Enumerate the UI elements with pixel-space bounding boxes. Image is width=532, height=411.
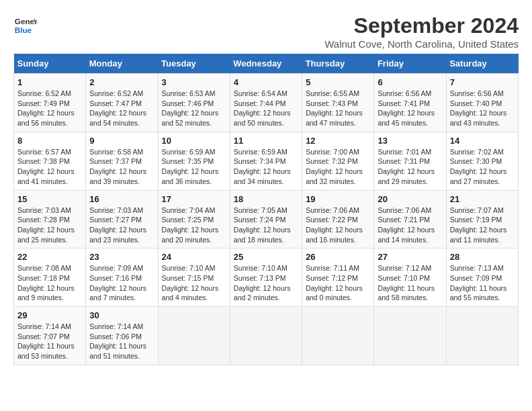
- calendar-cell: 26Sunrise: 7:11 AM Sunset: 7:12 PM Dayli…: [302, 248, 374, 307]
- week-row-4: 22Sunrise: 7:08 AM Sunset: 7:18 PM Dayli…: [14, 248, 519, 307]
- day-number: 7: [450, 77, 515, 87]
- day-info: Sunrise: 7:00 AM Sunset: 7:32 PM Dayligh…: [306, 147, 370, 187]
- column-header-wednesday: Wednesday: [230, 54, 302, 74]
- calendar-cell: 27Sunrise: 7:12 AM Sunset: 7:10 PM Dayli…: [374, 248, 446, 307]
- calendar-cell: 10Sunrise: 6:59 AM Sunset: 7:35 PM Dayli…: [158, 132, 230, 190]
- column-header-thursday: Thursday: [302, 54, 374, 74]
- day-info: Sunrise: 6:52 AM Sunset: 7:47 PM Dayligh…: [89, 89, 154, 128]
- day-info: Sunrise: 6:56 AM Sunset: 7:40 PM Dayligh…: [450, 89, 515, 128]
- day-number: 25: [234, 252, 298, 262]
- day-number: 24: [162, 252, 226, 262]
- calendar-cell: 28Sunrise: 7:13 AM Sunset: 7:09 PM Dayli…: [446, 248, 518, 307]
- calendar-cell: 9Sunrise: 6:58 AM Sunset: 7:37 PM Daylig…: [86, 132, 158, 190]
- calendar-cell: 16Sunrise: 7:03 AM Sunset: 7:27 PM Dayli…: [86, 190, 158, 248]
- calendar-cell: 25Sunrise: 7:10 AM Sunset: 7:13 PM Dayli…: [230, 248, 302, 307]
- day-info: Sunrise: 6:57 AM Sunset: 7:38 PM Dayligh…: [17, 147, 82, 187]
- calendar-cell: 11Sunrise: 6:59 AM Sunset: 7:34 PM Dayli…: [230, 132, 302, 190]
- day-number: 20: [378, 194, 442, 204]
- column-header-tuesday: Tuesday: [158, 54, 230, 74]
- calendar-cell: 21Sunrise: 7:07 AM Sunset: 7:19 PM Dayli…: [446, 190, 518, 248]
- svg-text:General: General: [15, 17, 38, 26]
- calendar-cell: [374, 307, 446, 365]
- day-info: Sunrise: 7:02 AM Sunset: 7:30 PM Dayligh…: [450, 147, 515, 187]
- day-number: 19: [306, 194, 370, 204]
- calendar-cell: 15Sunrise: 7:03 AM Sunset: 7:28 PM Dayli…: [14, 190, 86, 248]
- day-number: 4: [234, 77, 298, 87]
- day-number: 18: [234, 194, 298, 204]
- day-info: Sunrise: 7:03 AM Sunset: 7:28 PM Dayligh…: [17, 205, 82, 245]
- svg-text:Blue: Blue: [15, 26, 32, 34]
- column-header-friday: Friday: [374, 54, 446, 74]
- day-info: Sunrise: 7:13 AM Sunset: 7:09 PM Dayligh…: [450, 263, 515, 303]
- calendar-cell: 30Sunrise: 7:14 AM Sunset: 7:06 PM Dayli…: [86, 307, 158, 365]
- day-number: 2: [89, 77, 154, 87]
- day-number: 10: [162, 136, 226, 146]
- calendar-cell: 23Sunrise: 7:09 AM Sunset: 7:16 PM Dayli…: [86, 248, 158, 307]
- calendar-cell: 14Sunrise: 7:02 AM Sunset: 7:30 PM Dayli…: [446, 132, 518, 190]
- calendar-cell: 24Sunrise: 7:10 AM Sunset: 7:15 PM Dayli…: [158, 248, 230, 307]
- day-number: 23: [89, 252, 154, 262]
- day-number: 27: [378, 252, 442, 262]
- calendar-cell: 17Sunrise: 7:04 AM Sunset: 7:25 PM Dayli…: [158, 190, 230, 248]
- day-number: 30: [89, 310, 154, 320]
- day-info: Sunrise: 7:01 AM Sunset: 7:31 PM Dayligh…: [378, 147, 442, 187]
- calendar-cell: 2Sunrise: 6:52 AM Sunset: 7:47 PM Daylig…: [86, 74, 158, 132]
- day-number: 15: [17, 194, 82, 204]
- week-row-3: 15Sunrise: 7:03 AM Sunset: 7:28 PM Dayli…: [14, 190, 519, 248]
- column-header-sunday: Sunday: [14, 54, 86, 74]
- day-number: 14: [450, 136, 515, 146]
- page-title: September 2024: [324, 13, 519, 38]
- calendar-cell: 7Sunrise: 6:56 AM Sunset: 7:40 PM Daylig…: [446, 74, 518, 132]
- day-number: 5: [306, 77, 370, 87]
- day-info: Sunrise: 7:07 AM Sunset: 7:19 PM Dayligh…: [450, 205, 515, 245]
- calendar-cell: [446, 307, 518, 365]
- calendar-cell: 4Sunrise: 6:54 AM Sunset: 7:44 PM Daylig…: [230, 74, 302, 132]
- title-area: September 2024 Walnut Cove, North Caroli…: [324, 13, 519, 50]
- day-info: Sunrise: 7:04 AM Sunset: 7:25 PM Dayligh…: [162, 205, 226, 245]
- day-info: Sunrise: 6:58 AM Sunset: 7:37 PM Dayligh…: [89, 147, 154, 187]
- day-number: 8: [17, 136, 82, 146]
- day-info: Sunrise: 6:53 AM Sunset: 7:46 PM Dayligh…: [162, 89, 226, 128]
- day-number: 6: [378, 77, 442, 87]
- day-info: Sunrise: 7:06 AM Sunset: 7:21 PM Dayligh…: [378, 205, 442, 245]
- day-info: Sunrise: 6:59 AM Sunset: 7:34 PM Dayligh…: [234, 147, 298, 187]
- day-info: Sunrise: 7:10 AM Sunset: 7:15 PM Dayligh…: [162, 263, 226, 303]
- calendar-cell: [230, 307, 302, 365]
- day-info: Sunrise: 6:52 AM Sunset: 7:49 PM Dayligh…: [17, 89, 82, 128]
- column-header-saturday: Saturday: [446, 54, 518, 74]
- day-number: 13: [378, 136, 442, 146]
- calendar-cell: 12Sunrise: 7:00 AM Sunset: 7:32 PM Dayli…: [302, 132, 374, 190]
- day-number: 29: [17, 310, 82, 320]
- calendar-cell: 20Sunrise: 7:06 AM Sunset: 7:21 PM Dayli…: [374, 190, 446, 248]
- header: General Blue September 2024 Walnut Cove,…: [13, 13, 519, 50]
- day-info: Sunrise: 7:12 AM Sunset: 7:10 PM Dayligh…: [378, 263, 442, 303]
- day-info: Sunrise: 6:55 AM Sunset: 7:43 PM Dayligh…: [306, 89, 370, 128]
- day-info: Sunrise: 7:14 AM Sunset: 7:06 PM Dayligh…: [89, 322, 154, 361]
- day-number: 22: [17, 252, 82, 262]
- day-number: 21: [450, 194, 515, 204]
- day-number: 11: [234, 136, 298, 146]
- day-number: 17: [162, 194, 226, 204]
- calendar-cell: 1Sunrise: 6:52 AM Sunset: 7:49 PM Daylig…: [14, 74, 86, 132]
- calendar-table: SundayMondayTuesdayWednesdayThursdayFrid…: [13, 54, 519, 365]
- calendar-cell: 6Sunrise: 6:56 AM Sunset: 7:41 PM Daylig…: [374, 74, 446, 132]
- day-info: Sunrise: 7:09 AM Sunset: 7:16 PM Dayligh…: [89, 263, 154, 303]
- calendar-cell: 3Sunrise: 6:53 AM Sunset: 7:46 PM Daylig…: [158, 74, 230, 132]
- column-header-monday: Monday: [86, 54, 158, 74]
- calendar-cell: 5Sunrise: 6:55 AM Sunset: 7:43 PM Daylig…: [302, 74, 374, 132]
- day-info: Sunrise: 7:06 AM Sunset: 7:22 PM Dayligh…: [306, 205, 370, 245]
- calendar-cell: [302, 307, 374, 365]
- calendar-cell: 8Sunrise: 6:57 AM Sunset: 7:38 PM Daylig…: [14, 132, 86, 190]
- day-info: Sunrise: 7:08 AM Sunset: 7:18 PM Dayligh…: [17, 263, 82, 303]
- calendar-cell: [158, 307, 230, 365]
- calendar-cell: 22Sunrise: 7:08 AM Sunset: 7:18 PM Dayli…: [14, 248, 86, 307]
- week-row-1: 1Sunrise: 6:52 AM Sunset: 7:49 PM Daylig…: [14, 74, 519, 132]
- day-number: 12: [306, 136, 370, 146]
- day-info: Sunrise: 7:14 AM Sunset: 7:07 PM Dayligh…: [17, 322, 82, 361]
- day-info: Sunrise: 6:56 AM Sunset: 7:41 PM Dayligh…: [378, 89, 442, 128]
- calendar-cell: 18Sunrise: 7:05 AM Sunset: 7:24 PM Dayli…: [230, 190, 302, 248]
- day-info: Sunrise: 6:54 AM Sunset: 7:44 PM Dayligh…: [234, 89, 298, 128]
- day-info: Sunrise: 7:10 AM Sunset: 7:13 PM Dayligh…: [234, 263, 298, 303]
- week-row-5: 29Sunrise: 7:14 AM Sunset: 7:07 PM Dayli…: [14, 307, 519, 365]
- day-info: Sunrise: 6:59 AM Sunset: 7:35 PM Dayligh…: [162, 147, 226, 187]
